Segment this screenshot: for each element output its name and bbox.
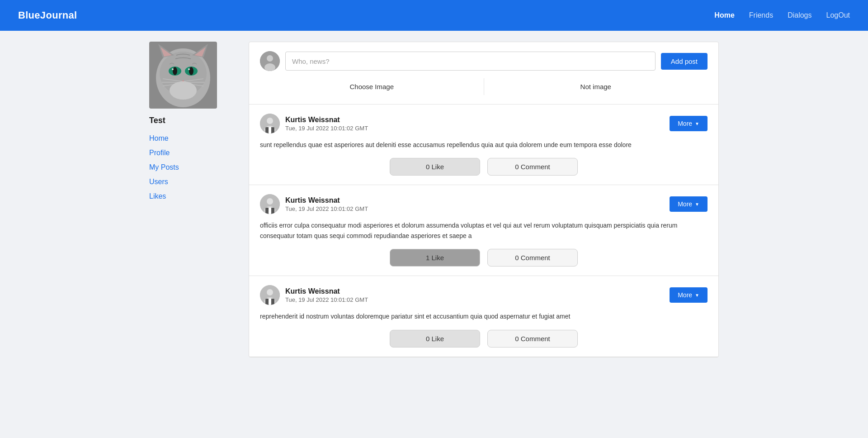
post-avatar: [260, 114, 280, 133]
svg-point-20: [170, 81, 197, 100]
more-button[interactable]: More: [670, 116, 708, 131]
post-author-info: Kurtis Weissnat Tue, 19 Jul 2022 10:01:0…: [285, 196, 368, 212]
more-button[interactable]: More: [670, 196, 708, 212]
composer-actions: Choose Image Not image: [260, 76, 708, 95]
svg-point-35: [267, 289, 273, 295]
post-input[interactable]: [285, 52, 656, 71]
sidebar-username: Test: [149, 116, 240, 125]
post-author-name: Kurtis Weissnat: [285, 287, 368, 295]
svg-point-25: [267, 118, 273, 124]
svg-point-22: [267, 55, 273, 62]
svg-point-9: [173, 67, 177, 75]
post-author-info: Kurtis Weissnat Tue, 19 Jul 2022 10:01:0…: [285, 116, 368, 132]
more-button[interactable]: More: [670, 287, 708, 303]
main-content: Add post Choose Image Not image: [249, 42, 719, 357]
like-button[interactable]: 0 Like: [390, 158, 480, 176]
post-actions: 0 Like 0 Comment: [260, 330, 708, 348]
nav-friends[interactable]: Friends: [749, 11, 773, 19]
sidebar-item-likes[interactable]: Likes: [149, 192, 240, 200]
post-body: sunt repellendus quae est asperiores aut…: [260, 140, 708, 150]
post-composer: Add post Choose Image Not image: [249, 42, 718, 105]
post-actions: 1 Like 0 Comment: [260, 249, 708, 267]
svg-point-30: [267, 198, 273, 205]
page-layout: Test Home Profile My Posts Users Likes: [140, 31, 728, 368]
nav-dialogs[interactable]: Dialogs: [788, 11, 811, 19]
post-body: reprehenderit id nostrum voluntas dolore…: [260, 311, 708, 321]
svg-rect-33: [269, 208, 271, 214]
post-header: Kurtis Weissnat Tue, 19 Jul 2022 10:01:0…: [260, 285, 708, 305]
profile-image: [149, 42, 217, 109]
post-header: Kurtis Weissnat Tue, 19 Jul 2022 10:01:0…: [260, 114, 708, 133]
post-header: Kurtis Weissnat Tue, 19 Jul 2022 10:01:0…: [260, 194, 708, 214]
post-author-name: Kurtis Weissnat: [285, 196, 368, 205]
svg-rect-28: [269, 127, 271, 133]
sidebar-item-home[interactable]: Home: [149, 134, 240, 143]
composer-top: Add post: [260, 51, 708, 71]
post-date: Tue, 19 Jul 2022 10:01:02 GMT: [285, 125, 368, 132]
sidebar-item-users[interactable]: Users: [149, 178, 240, 186]
choose-image-button[interactable]: Choose Image: [260, 78, 484, 95]
sidebar: Test Home Profile My Posts Users Likes: [149, 42, 249, 357]
post-actions: 0 Like 0 Comment: [260, 158, 708, 176]
not-image-button[interactable]: Not image: [484, 78, 708, 95]
svg-point-12: [188, 68, 190, 70]
like-button[interactable]: 1 Like: [390, 249, 480, 267]
post-item: Kurtis Weissnat Tue, 19 Jul 2022 10:01:0…: [249, 276, 718, 357]
post-avatar: [260, 285, 280, 305]
post-date: Tue, 19 Jul 2022 10:01:02 GMT: [285, 205, 368, 212]
post-author-area: Kurtis Weissnat Tue, 19 Jul 2022 10:01:0…: [260, 285, 368, 305]
post-item: Kurtis Weissnat Tue, 19 Jul 2022 10:01:0…: [249, 105, 718, 185]
app-logo: BlueJournal: [18, 10, 77, 21]
post-author-info: Kurtis Weissnat Tue, 19 Jul 2022 10:01:0…: [285, 287, 368, 303]
svg-rect-38: [269, 299, 271, 305]
post-author-area: Kurtis Weissnat Tue, 19 Jul 2022 10:01:0…: [260, 114, 368, 133]
post-avatar: [260, 194, 280, 214]
comment-button[interactable]: 0 Comment: [487, 158, 578, 176]
svg-point-10: [189, 67, 193, 75]
composer-avatar: [260, 51, 280, 71]
avatar: [149, 42, 217, 109]
post-date: Tue, 19 Jul 2022 10:01:02 GMT: [285, 296, 368, 303]
post-author-area: Kurtis Weissnat Tue, 19 Jul 2022 10:01:0…: [260, 194, 368, 214]
post-author-name: Kurtis Weissnat: [285, 116, 368, 124]
sidebar-item-myposts[interactable]: My Posts: [149, 163, 240, 171]
svg-point-11: [172, 68, 174, 70]
post-body: officiis error culpa consequatur modi as…: [260, 220, 708, 241]
comment-button[interactable]: 0 Comment: [487, 249, 578, 267]
nav-logout[interactable]: LogOut: [826, 11, 850, 19]
nav-home[interactable]: Home: [714, 11, 734, 19]
add-post-button[interactable]: Add post: [661, 53, 708, 70]
header: BlueJournal Home Friends Dialogs LogOut: [0, 0, 868, 31]
main-nav: Home Friends Dialogs LogOut: [714, 11, 850, 19]
sidebar-item-profile[interactable]: Profile: [149, 149, 240, 157]
comment-button[interactable]: 0 Comment: [487, 330, 578, 348]
post-item: Kurtis Weissnat Tue, 19 Jul 2022 10:01:0…: [249, 185, 718, 276]
like-button[interactable]: 0 Like: [390, 330, 480, 348]
sidebar-nav: Home Profile My Posts Users Likes: [149, 134, 240, 200]
